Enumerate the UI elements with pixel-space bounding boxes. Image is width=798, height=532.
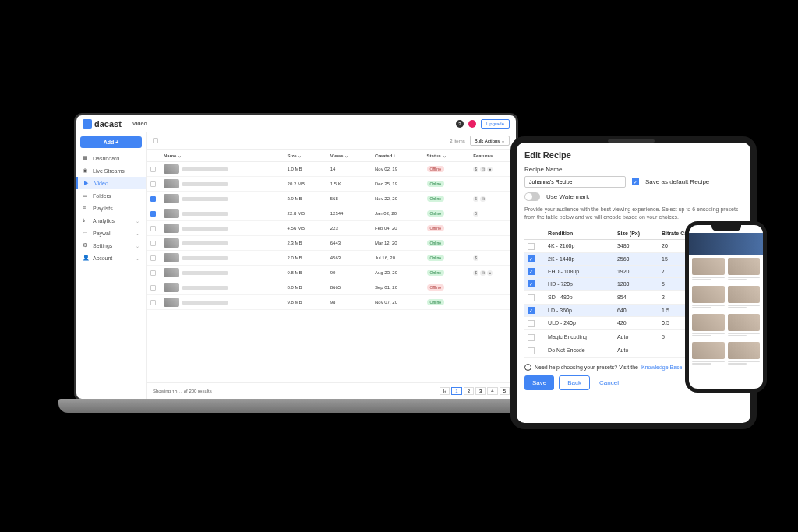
table-row[interactable]: 22.8 MB 12344 Jan 02, 20 Online 5 [147,206,516,221]
phone-card[interactable] [692,258,725,283]
sidebar-item-folders[interactable]: ▭Folders [76,189,146,202]
rendition-checkbox[interactable] [528,243,535,250]
row-checkbox[interactable] [150,241,156,246]
video-thumbnail [164,224,179,233]
video-name [182,301,228,305]
rendition-checkbox[interactable] [528,320,535,327]
table-row[interactable]: 9.8 MB 98 Nov 07, 20 Online [147,295,516,310]
back-button[interactable]: Back [559,375,590,390]
rendition-checkbox[interactable] [528,294,535,301]
feature-icon: 5 [473,211,478,217]
sidebar-item-analytics[interactable]: ⫰Analytics⌄ [76,214,146,227]
cell-size: 2.3 MB [284,236,327,251]
sidebar-item-live-streams[interactable]: ◉Live Streams [76,164,146,177]
phone-card[interactable] [692,286,725,311]
video-thumbnail [164,268,179,277]
watermark-toggle[interactable] [524,192,540,201]
select-all-checkbox[interactable] [153,138,158,143]
pager-page-4[interactable]: 4 [487,387,497,395]
video-thumbnail [164,283,179,292]
phone-card[interactable] [728,314,761,339]
cell-created: Aug 23, 20 [371,266,423,280]
row-checkbox[interactable] [150,181,156,187]
phone-card[interactable] [692,342,725,367]
topbar: dacast Video ? Upgrade [76,115,516,132]
pager-page-1[interactable]: 1 [451,387,461,395]
save-default-checkbox[interactable] [632,178,639,185]
th-features: Features [469,150,516,162]
row-checkbox[interactable] [150,300,156,305]
sidebar-item-account[interactable]: 👤Account⌄ [76,252,146,264]
sidebar-item-playlists[interactable]: ≡Playlists [76,202,146,214]
recipe-name-input[interactable] [524,176,626,188]
account-icon: 👤 [83,255,89,261]
sidebar-item-paywall[interactable]: ▭Paywall⌄ [76,227,146,239]
phone-card[interactable] [728,342,761,367]
phone-card[interactable] [728,258,761,283]
th-created[interactable]: Created ↓ [371,150,423,162]
cancel-button[interactable]: Cancel [595,375,623,390]
cell-created: Sep 01, 20 [371,280,423,295]
table-row[interactable]: 4.56 MB 223 Feb 04, 20 Offline [147,221,516,236]
table-row[interactable]: 2.0 MB 4563 Jul 16, 20 Online $ [147,251,516,266]
kb-link[interactable]: Knowledge Base [641,365,683,370]
th-status[interactable]: Status ⌄ [423,150,470,162]
rendition-checkbox[interactable] [528,280,535,287]
table-row[interactable]: 20.2 MB 1.5 K Dec 25, 19 Online [147,177,516,192]
th-size[interactable]: Size ⌄ [284,150,327,162]
cell-size-px: Auto [614,344,659,358]
sidebar-item-video[interactable]: ▶Video [76,177,146,189]
table-row[interactable]: 2.3 MB 6443 Mar 12, 20 Online [147,236,516,251]
row-checkbox[interactable] [150,226,156,231]
pager-page-2[interactable]: 2 [464,387,474,395]
cell-size-px: 1920 [614,266,659,278]
status-badge: Online [427,196,444,202]
table-row[interactable]: 3.9 MB 568 Nov 22, 20 Online 5⊡ [147,192,516,206]
rendition-checkbox[interactable] [528,268,535,275]
table-row[interactable]: 9.8 MB 90 Aug 23, 20 Online $⊡● [147,266,516,280]
row-checkbox[interactable] [150,211,156,217]
chevron-down-icon: ⌄ [136,255,139,261]
save-button[interactable]: Save [524,375,554,390]
row-checkbox[interactable] [150,255,156,261]
rendition-checkbox[interactable] [528,307,535,314]
help-icon[interactable]: ? [456,120,464,128]
phone-card[interactable] [728,286,761,311]
feature-icon: 5 [473,196,478,202]
row-checkbox[interactable] [150,270,156,276]
pager-first[interactable]: |‹ [440,387,450,395]
gear-icon: ⚙ [83,242,89,248]
cell-created: Jan 02, 20 [371,206,423,221]
tablet-camera [608,139,655,143]
watermark-label: Use Watermark [546,193,589,200]
pager-page-3[interactable]: 3 [475,387,486,395]
row-checkbox[interactable] [150,167,156,172]
sidebar-item-dashboard[interactable]: ▦Dashboard [76,152,146,164]
rendition-checkbox[interactable] [528,255,535,262]
phone-card[interactable] [692,314,725,339]
table-row[interactable]: 1.0 MB 14 Nov 02, 19 Offline $⊡● [147,162,516,177]
topbar-right: ? Upgrade [456,119,510,129]
cell-views: 4563 [327,251,371,266]
cell-size: 9.8 MB [284,266,327,280]
sidebar-item-settings[interactable]: ⚙Settings⌄ [76,239,146,252]
features: 5 [473,211,512,217]
phone-notch [711,225,741,231]
feature-icon: $ [473,167,478,172]
pager-page-5[interactable]: 5 [500,387,510,395]
th-name[interactable]: Name ⌄ [160,150,284,162]
laptop-base [58,399,534,413]
rendition-checkbox[interactable] [528,334,535,341]
add-button[interactable]: Add + [80,136,142,148]
row-checkbox[interactable] [150,285,156,291]
rendition-checkbox[interactable] [528,347,535,354]
video-thumbnail [164,164,179,174]
table-row[interactable]: 8.0 MB 8665 Sep 01, 20 Offline [147,280,516,295]
row-checkbox[interactable] [150,196,156,202]
per-page-select[interactable]: 10 ⌄ [172,389,182,394]
status-badge: Offline [427,284,444,291]
avatar[interactable] [468,120,476,128]
th-views[interactable]: Views ⌄ [327,150,371,162]
bulk-actions-button[interactable]: Bulk Actions ⌄ [470,136,510,146]
upgrade-button[interactable]: Upgrade [481,119,510,129]
